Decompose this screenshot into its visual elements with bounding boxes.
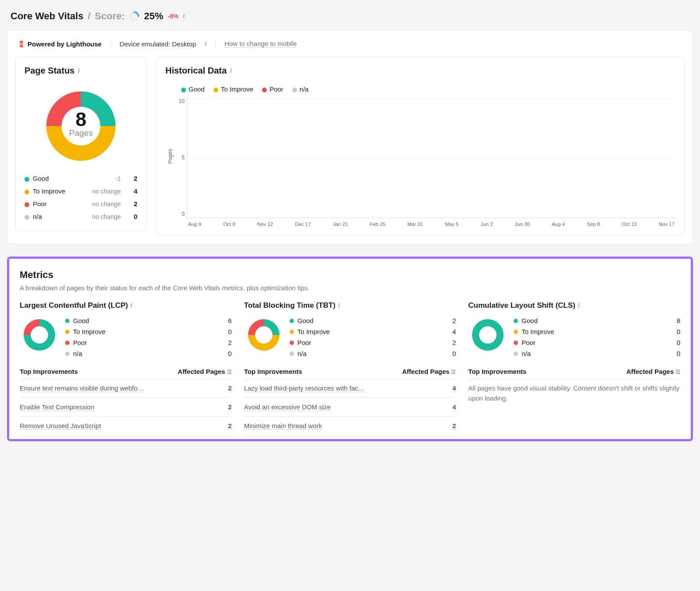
metric-legend-value: 0 — [677, 328, 680, 335]
improvement-row: Lazy load third-party resources with fac… — [244, 379, 456, 398]
improvement-row: Avoid an excessive DOM size4 — [244, 398, 456, 417]
improvements-header: Top ImprovementsAffected Pages☰ — [20, 368, 232, 379]
affected-head-label[interactable]: Affected Pages☰ — [178, 368, 231, 375]
improvement-count[interactable]: 2 — [452, 422, 456, 430]
improvement-link[interactable]: Minimize main thread work — [244, 422, 322, 430]
sort-icon[interactable]: ☰ — [227, 369, 232, 375]
legend-dot-icon — [262, 88, 267, 92]
metric-legend-label: n/a — [522, 350, 531, 357]
powered-by: Powered by Lighthouse — [19, 40, 102, 48]
info-icon[interactable]: i — [78, 67, 80, 74]
legend-dot-icon — [292, 88, 297, 92]
info-icon[interactable]: i — [130, 302, 132, 309]
sort-icon[interactable]: ☰ — [451, 369, 456, 375]
metric-legend-value: 2 — [228, 339, 231, 346]
legend-dot-icon — [65, 341, 70, 345]
page-header: Core Web Vitals / Score: 25% -8% i — [4, 0, 696, 30]
metric-legend-value: 0 — [452, 350, 456, 357]
metric-legend-value: 4 — [452, 328, 456, 335]
page-title: Core Web Vitals — [10, 11, 84, 22]
improvement-row: Enable Text Compression2 — [20, 398, 232, 417]
metric-donut — [468, 315, 508, 355]
metric-title: Cumulative Layout Shift (CLS)i — [468, 301, 680, 310]
strip-separator — [215, 39, 216, 49]
metric-column: Total Blocking Time (TBT)i Good2To Impro… — [244, 301, 456, 436]
status-value: 2 — [127, 197, 137, 210]
legend-item[interactable]: To Improve — [214, 85, 253, 93]
improvement-link[interactable]: Avoid an excessive DOM size — [244, 403, 331, 411]
info-icon[interactable]: i — [205, 40, 206, 47]
improvements-head-label: Top Improvements — [468, 368, 526, 375]
info-icon[interactable]: i — [183, 13, 185, 20]
legend-dot-icon — [290, 352, 294, 356]
legend-dot-icon — [290, 319, 294, 323]
donut-total: 8 — [76, 109, 87, 130]
improvement-link[interactable]: Enable Text Compression — [20, 403, 94, 411]
improvement-link[interactable]: Remove Unused JavaScript — [20, 422, 101, 430]
status-value: 2 — [127, 172, 137, 185]
x-tick: Jun 30 — [515, 222, 530, 227]
status-label: Poor — [33, 200, 47, 208]
improvement-count[interactable]: 2 — [228, 422, 231, 430]
title-separator: / — [88, 11, 91, 22]
metrics-title: Metrics — [20, 269, 680, 281]
affected-head-label[interactable]: Affected Pages☰ — [626, 368, 680, 375]
svg-rect-3 — [20, 45, 23, 45]
device-emulated: Device emulated: Desktop — [119, 40, 196, 48]
improvement-count[interactable]: 4 — [452, 403, 456, 411]
legend-dot-icon — [65, 330, 70, 334]
metric-legend-label: To Improve — [298, 328, 330, 335]
status-dot-icon — [24, 177, 29, 182]
x-tick: Aug 4 — [552, 222, 565, 227]
status-change: no change — [80, 210, 127, 223]
how-to-mobile-link[interactable]: How to change to mobile — [224, 40, 297, 48]
sort-icon[interactable]: ☰ — [676, 369, 680, 375]
svg-rect-2 — [21, 43, 23, 44]
legend-item[interactable]: n/a — [292, 85, 309, 93]
y-tick: 5 — [182, 155, 185, 161]
x-tick: Feb 25 — [370, 222, 385, 227]
donut-total-label: Pages — [69, 128, 93, 137]
metric-legend-row: To Improve4 — [290, 326, 456, 337]
status-row: To Improveno change4 — [24, 185, 137, 197]
info-icon[interactable]: i — [338, 302, 340, 309]
improvement-count[interactable]: 2 — [228, 384, 231, 392]
info-icon[interactable]: i — [230, 67, 232, 74]
metric-legend-label: Good — [298, 317, 314, 324]
score-ring-icon — [129, 11, 140, 21]
x-tick: Aug 9 — [188, 222, 201, 227]
improvement-count[interactable]: 4 — [452, 384, 456, 392]
page-status-table: Good-12To Improveno change4Poorno change… — [24, 172, 137, 223]
legend-dot-icon — [214, 88, 218, 92]
metric-legend-value: 0 — [228, 350, 231, 357]
metric-legend-label: n/a — [73, 350, 82, 357]
metric-title: Largest Contentful Paint (LCP)i — [20, 301, 232, 310]
status-row: Good-12 — [24, 172, 137, 185]
strip-separator — [110, 39, 111, 49]
improvement-row: Remove Unused JavaScript2 — [20, 417, 232, 436]
legend-dot-icon — [181, 88, 186, 92]
metric-legend-label: Poor — [298, 339, 312, 346]
legend-item[interactable]: Poor — [262, 85, 284, 93]
historical-legend: GoodTo ImprovePoorn/a — [165, 82, 676, 95]
metric-legend-row: Good6 — [65, 315, 232, 326]
metric-legend-value: 0 — [677, 350, 680, 357]
y-axis-ticks: 1050 — [175, 98, 187, 217]
y-axis-label: Pages — [165, 149, 175, 164]
metric-legend-row: Poor2 — [290, 337, 456, 348]
improvement-link[interactable]: Ensure text remains visible during webfo… — [20, 384, 144, 392]
metric-legend-row: Poor2 — [65, 337, 232, 348]
improvement-count[interactable]: 2 — [228, 403, 231, 411]
info-icon[interactable]: i — [578, 302, 580, 309]
x-tick: Sep 8 — [587, 222, 600, 227]
metric-legend: Good2To Improve4Poor2n/a0 — [290, 315, 456, 359]
legend-dot-icon — [514, 352, 518, 356]
legend-item[interactable]: Good — [181, 85, 205, 93]
affected-head-label[interactable]: Affected Pages☰ — [402, 368, 456, 375]
metric-legend-value: 2 — [452, 339, 456, 346]
metric-legend: Good8To Improve0Poor0n/a0 — [514, 315, 680, 359]
improvement-link[interactable]: Lazy load third-party resources with fac… — [244, 384, 365, 392]
lighthouse-icon — [19, 40, 24, 47]
metric-legend-row: To Improve0 — [65, 326, 232, 337]
legend-dot-icon — [65, 319, 70, 323]
